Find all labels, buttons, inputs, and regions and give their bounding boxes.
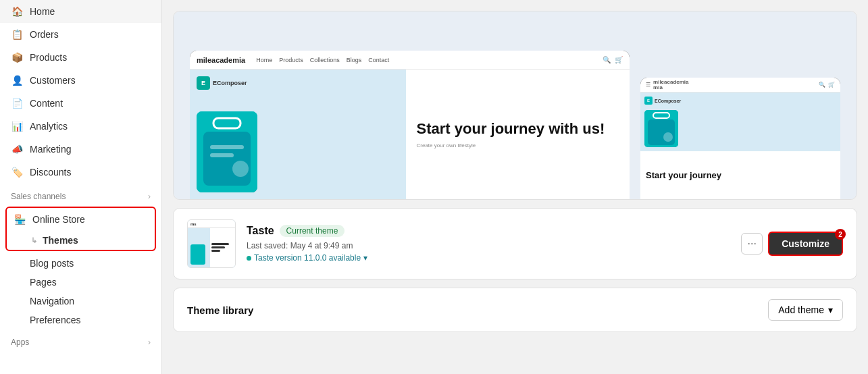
search-icon: 🔍 — [603, 56, 611, 63]
theme-saved: Last saved: May 4 at 9:49 am — [247, 241, 730, 250]
theme-name: Taste — [247, 225, 274, 237]
discounts-icon: 🏷️ — [11, 166, 23, 178]
ecomposer-icon: E — [197, 76, 210, 90]
cart-icon: 🛒 — [615, 56, 623, 63]
svg-point-5 — [232, 161, 249, 177]
thumb-bar: ms — [188, 220, 235, 228]
sidebar-item-customers[interactable]: 👤 Customers — [0, 69, 161, 92]
theme-name-row: Taste Current theme — [247, 225, 730, 237]
theme-info: Taste Current theme Last saved: May 4 at… — [247, 225, 730, 263]
desktop-bar-icons: 🔍 🛒 — [603, 56, 623, 63]
chevron-right-icon: › — [148, 192, 151, 201]
ecomposer-logo: E EComposer — [197, 76, 247, 90]
navigation-label: Navigation — [30, 296, 74, 306]
sidebar-sub-themes[interactable]: ↳ Themes — [7, 231, 155, 250]
sidebar-item-label: Analytics — [30, 121, 68, 132]
orders-icon: 📋 — [11, 28, 23, 41]
mobile-browser-bar: ☰ mileacademiamia 🔍 🛒 — [640, 78, 840, 92]
theme-library-card: Theme library Add theme ▾ — [173, 288, 857, 332]
hamburger-icon: ☰ — [646, 82, 650, 88]
add-theme-button[interactable]: Add theme ▾ — [768, 299, 843, 321]
sub-arrow-icon: ↳ — [31, 236, 37, 245]
desktop-left-panel: E EComposer — [190, 70, 406, 199]
desktop-right-panel: Start your journey with us! Create your … — [406, 70, 630, 199]
sidebar-item-online-store[interactable]: 🏪 Online Store — [7, 208, 155, 231]
add-theme-label: Add theme — [778, 304, 824, 315]
online-store-section: 🏪 Online Store ↳ Themes — [5, 207, 156, 251]
version-dot — [247, 256, 251, 261]
customers-icon: 👤 — [11, 74, 23, 86]
content-icon: 📄 — [11, 97, 23, 109]
sub-text: Create your own lifestyle — [417, 142, 619, 149]
sidebar-item-analytics[interactable]: 📊 Analytics — [0, 115, 161, 138]
customize-button[interactable]: Customize — [768, 232, 843, 256]
desktop-browser-bar: mileacademia Home Products Collections B… — [190, 51, 630, 70]
thumb-right — [210, 228, 235, 267]
mobile-preview: ☰ mileacademiamia 🔍 🛒 E EComposer — [640, 78, 840, 199]
mobile-text-area: Start your journey — [640, 151, 840, 199]
desktop-preview: mileacademia Home Products Collections B… — [190, 51, 630, 199]
desktop-nav-links: Home Products Collections Blogs Contact — [256, 57, 389, 63]
sidebar-item-label: Orders — [30, 29, 59, 40]
sidebar-item-orders[interactable]: 📋 Orders — [0, 23, 161, 46]
main-content: mileacademia Home Products Collections B… — [162, 0, 868, 374]
sidebar-item-label: Content — [30, 98, 63, 109]
sidebar-sub-pages[interactable]: Pages — [0, 273, 161, 292]
desktop-content: E EComposer — [190, 70, 630, 199]
version-text: Taste version 11.0.0 available — [254, 253, 361, 263]
analytics-icon: 📊 — [11, 120, 23, 132]
theme-thumbnail: ms — [187, 219, 236, 268]
sidebar: 🏠 Home 📋 Orders 📦 Products 👤 Customers 📄… — [0, 0, 162, 374]
sidebar-sub-blog-posts[interactable]: Blog posts — [0, 254, 161, 273]
sidebar-item-home[interactable]: 🏠 Home — [0, 0, 161, 23]
sidebar-item-label: Customers — [30, 75, 76, 86]
theme-preview-images: mileacademia Home Products Collections B… — [174, 11, 857, 199]
mobile-bag — [644, 110, 678, 147]
library-title: Theme library — [187, 304, 253, 316]
mobile-content: E EComposer — [640, 92, 840, 199]
apps-section: Apps › — [0, 329, 161, 350]
theme-version[interactable]: Taste version 11.0.0 available ▾ — [247, 253, 730, 263]
svg-rect-2 — [203, 132, 251, 186]
mobile-hero-text: Start your journey — [646, 170, 835, 181]
mobile-logo: mileacademiamia — [653, 80, 688, 90]
mobile-top: E EComposer — [640, 92, 840, 151]
theme-actions: ··· Customize 2 — [741, 232, 843, 256]
pages-label: Pages — [30, 277, 57, 288]
svg-rect-4 — [210, 153, 234, 157]
theme-preview-card: mileacademia Home Products Collections B… — [173, 11, 857, 200]
sidebar-item-label: Online Store — [32, 214, 85, 225]
current-theme-badge: Current theme — [280, 225, 345, 237]
sidebar-item-marketing[interactable]: 📣 Marketing — [0, 138, 161, 161]
svg-rect-8 — [648, 119, 675, 145]
more-icon: ··· — [748, 238, 757, 250]
chevron-right-apps-icon: › — [148, 338, 151, 347]
sidebar-item-discounts[interactable]: 🏷️ Discounts — [0, 161, 161, 184]
sales-channels-section: Sales channels › — [0, 184, 161, 204]
chevron-down-icon: ▾ — [363, 253, 367, 263]
badge-2: 2 — [835, 229, 846, 240]
blogposts-label: Blog posts — [30, 258, 74, 269]
themes-label: Themes — [43, 235, 78, 246]
sidebar-sub-preferences[interactable]: Preferences — [0, 311, 161, 329]
svg-point-9 — [663, 132, 673, 142]
store-icon: 🏪 — [14, 213, 26, 225]
sidebar-item-label: Home — [30, 6, 55, 17]
mobile-cart-icon: 🛒 — [828, 82, 835, 88]
products-icon: 📦 — [11, 51, 23, 63]
home-icon: 🏠 — [11, 5, 23, 18]
sidebar-item-label: Products — [30, 52, 67, 63]
desktop-logo: mileacademia — [197, 56, 245, 64]
sidebar-item-label: Marketing — [30, 144, 71, 155]
bag-preview — [197, 111, 257, 192]
theme-info-card: ms Taste Current theme — [173, 208, 857, 279]
sidebar-item-products[interactable]: 📦 Products — [0, 46, 161, 69]
marketing-icon: 📣 — [11, 143, 23, 155]
more-options-button[interactable]: ··· — [741, 233, 763, 255]
preferences-label: Preferences — [30, 315, 80, 325]
sidebar-item-label: Discounts — [30, 167, 71, 178]
add-theme-chevron-icon: ▾ — [828, 304, 833, 315]
sidebar-sub-navigation[interactable]: Navigation — [0, 292, 161, 311]
sidebar-item-content[interactable]: 📄 Content — [0, 92, 161, 115]
mobile-search-icon: 🔍 — [819, 82, 825, 88]
